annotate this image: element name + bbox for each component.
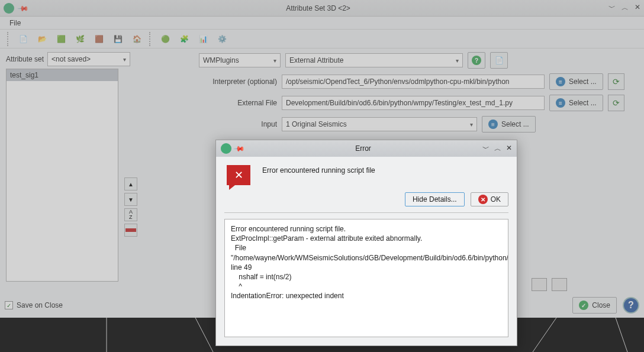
help-small-button[interactable]: ? xyxy=(468,52,485,69)
titlebar: 📌 Attribute Set 3D <2> ﹀ ︿ ✕ xyxy=(0,0,644,17)
open-icon[interactable]: 📂 xyxy=(34,31,50,47)
cube-open-icon[interactable]: 🟩 xyxy=(53,31,69,47)
interpreter-label: Interpreter (optional) xyxy=(142,77,277,86)
attribute-set-label: Attribute set xyxy=(6,55,44,63)
input-combo[interactable]: 1 Original Seismics xyxy=(282,117,477,131)
menubar: File xyxy=(0,17,644,30)
plugin-group-value: WMPlugins xyxy=(203,56,239,64)
saveas-icon[interactable]: 🏠 xyxy=(129,31,144,47)
save-on-close-checkbox[interactable]: ✓ xyxy=(5,301,13,309)
bottom-icon-row xyxy=(532,278,567,291)
toolbar-sep xyxy=(149,32,153,46)
extfile-select-button[interactable]: ≡Select ... xyxy=(549,95,603,111)
ok-button[interactable]: ✕OK xyxy=(471,192,508,206)
export-icon[interactable]: 🟫 xyxy=(91,31,107,47)
dialog-min-button[interactable]: ﹀ xyxy=(482,144,490,154)
tool-b-icon[interactable]: 🧩 xyxy=(176,31,192,47)
attribute-set-value: <not saved> xyxy=(51,55,91,63)
tool-c-icon[interactable]: 📊 xyxy=(195,31,211,47)
help-button[interactable]: ? xyxy=(623,297,639,314)
window-title: Attribute Set 3D <2> xyxy=(28,4,608,12)
sort-button[interactable]: AZ xyxy=(124,208,137,221)
extfile-field[interactable]: Development/Build/bin/od6.6/bin/python/w… xyxy=(282,96,545,110)
dialog-message: Error encountered running script file xyxy=(262,165,375,175)
save-on-close-label: Save on Close xyxy=(17,301,63,309)
list-item[interactable]: test_sig1 xyxy=(7,69,118,81)
svg-line-3 xyxy=(616,318,627,352)
extfile-value: Development/Build/bin/od6.6/bin/python/w… xyxy=(286,99,513,107)
hide-details-button[interactable]: Hide Details... xyxy=(405,192,465,206)
extfile-label: External File xyxy=(142,99,277,107)
move-down-button[interactable]: ▼ xyxy=(124,193,137,206)
maximize-button[interactable]: ︿ xyxy=(622,3,629,13)
app-icon xyxy=(4,3,14,14)
minimize-button[interactable]: ﹀ xyxy=(608,3,616,13)
svg-line-1 xyxy=(195,318,213,352)
input-value: 1 Original Seismics xyxy=(286,120,347,128)
save-icon[interactable]: 💾 xyxy=(110,31,125,47)
dialog-close-button[interactable]: ✕ xyxy=(506,144,512,154)
dialog-separator xyxy=(224,212,508,213)
dialog-title: Error xyxy=(244,144,482,153)
toolbar: 📄 📂 🟩 🌿 🟫 💾 🏠 🟢 🧩 📊 ⚙️ xyxy=(0,30,644,49)
tool-a-icon[interactable]: 🟢 xyxy=(157,31,173,47)
menu-file[interactable]: File xyxy=(9,19,21,27)
move-up-button[interactable]: ▲ xyxy=(124,177,137,190)
interpreter-field[interactable]: /opt/seismic/OpendTect_6/Python/envs/odm… xyxy=(282,75,545,89)
import-icon[interactable]: 🌿 xyxy=(72,31,88,47)
attribute-type-value: External Attribute xyxy=(289,56,343,64)
attribute-list[interactable]: test_sig1 xyxy=(6,69,118,282)
error-details[interactable]: Error encountered running script file. E… xyxy=(224,219,508,337)
new-icon[interactable]: 📄 xyxy=(15,31,31,47)
folder-icon[interactable] xyxy=(552,278,567,291)
attribute-type-combo[interactable]: External Attribute xyxy=(285,53,463,67)
close-window-button[interactable]: ✕ xyxy=(635,3,640,13)
dialog-max-button[interactable]: ︿ xyxy=(494,144,501,154)
close-button[interactable]: ✓Close xyxy=(572,297,617,314)
folder-icon[interactable] xyxy=(532,278,547,291)
svg-line-2 xyxy=(533,318,556,352)
toolbar-grip xyxy=(7,32,11,46)
sheet-icon[interactable]: 📄 xyxy=(490,52,508,69)
interpreter-refresh-button[interactable]: ⟳ xyxy=(608,73,624,90)
dialog-app-icon xyxy=(221,143,231,154)
extfile-refresh-button[interactable]: ⟳ xyxy=(608,95,624,111)
interpreter-select-button[interactable]: ≡Select ... xyxy=(549,73,603,90)
attribute-set-combo[interactable]: <not saved> xyxy=(47,52,130,66)
dialog-titlebar: 📌 Error ﹀ ︿ ✕ xyxy=(216,140,517,157)
input-select-button[interactable]: ≡Select ... xyxy=(482,116,536,133)
tool-d-icon[interactable]: ⚙️ xyxy=(214,31,230,47)
error-icon: ✕ xyxy=(227,165,250,185)
plugin-group-combo[interactable]: WMPlugins xyxy=(199,53,281,67)
interpreter-value: /opt/seismic/OpendTect_6/Python/envs/odm… xyxy=(286,77,510,86)
remove-button[interactable] xyxy=(124,224,137,237)
input-label: Input xyxy=(142,120,277,128)
left-panel: Attribute set <not saved> test_sig1 ▲ ▼ … xyxy=(0,49,142,303)
error-dialog: 📌 Error ﹀ ︿ ✕ ✕ Error encountered runnin… xyxy=(215,140,517,346)
